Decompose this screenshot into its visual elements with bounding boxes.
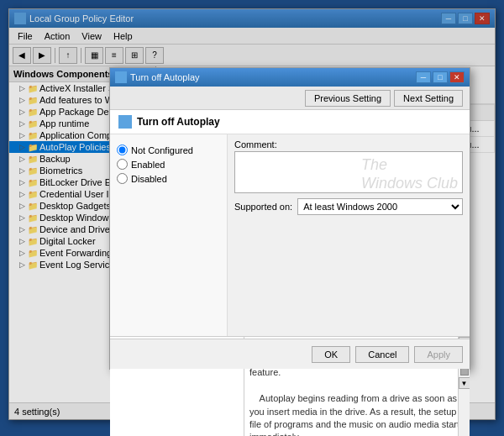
dialog-close-button[interactable]: ✕ — [449, 71, 465, 83]
comment-box[interactable]: The Windows Club — [234, 151, 463, 193]
enabled-label: Enabled — [131, 160, 165, 170]
ok-button[interactable]: OK — [312, 346, 350, 363]
enabled-option[interactable]: Enabled — [117, 159, 220, 170]
dialog-header-icon — [118, 115, 132, 129]
not-configured-radio[interactable] — [117, 144, 128, 155]
dialog-right-panel: Comment: The Windows Club Supported on: … — [228, 134, 470, 336]
supported-on-label: Supported on: — [234, 202, 292, 212]
turn-off-autoplay-dialog: Turn off Autoplay ─ □ ✕ Previous Setting… — [109, 67, 470, 370]
enabled-radio[interactable] — [117, 159, 128, 170]
comment-label: Comment: — [234, 139, 463, 150]
dialog-title-bar: Turn off Autoplay ─ □ ✕ — [110, 68, 470, 87]
cancel-button[interactable]: Cancel — [355, 346, 409, 363]
radio-group: Not Configured Enabled Disabled — [117, 144, 220, 184]
dialog-header: Turn off Autoplay — [110, 110, 470, 134]
dialog-maximize-button[interactable]: □ — [433, 71, 448, 83]
scroll-down-button[interactable]: ▼ — [459, 377, 470, 389]
next-setting-button[interactable]: Next Setting — [394, 90, 463, 107]
supported-on-row: Supported on: At least Windows 2000 — [234, 198, 463, 215]
not-configured-option[interactable]: Not Configured — [117, 144, 220, 155]
dialog-radio-panel: Not Configured Enabled Disabled — [110, 134, 228, 336]
dialog-toolbar: Previous Setting Next Setting — [110, 87, 470, 110]
dialog-title-left: Turn off Autoplay — [115, 71, 200, 83]
apply-button[interactable]: Apply — [414, 346, 463, 363]
dialog-title-text: Turn off Autoplay — [130, 72, 200, 82]
dialog-minimize-button[interactable]: ─ — [416, 71, 431, 83]
previous-setting-button[interactable]: Previous Setting — [305, 90, 391, 107]
dialog-body: Not Configured Enabled Disabled Comment: — [110, 134, 470, 336]
dialog-win-controls: ─ □ ✕ — [416, 71, 465, 83]
dialog-app-icon — [115, 71, 127, 83]
watermark: The Windows Club — [361, 156, 458, 192]
not-configured-label: Not Configured — [131, 145, 193, 155]
dialog-footer: OK Cancel Apply — [110, 339, 470, 369]
disabled-label: Disabled — [131, 174, 167, 184]
disabled-radio[interactable] — [117, 173, 128, 184]
dialog-overlay: Turn off Autoplay ─ □ ✕ Previous Setting… — [0, 0, 504, 436]
supported-on-select[interactable]: At least Windows 2000 — [297, 198, 463, 215]
dialog-header-label: Turn off Autoplay — [137, 116, 220, 128]
disabled-option[interactable]: Disabled — [117, 173, 220, 184]
